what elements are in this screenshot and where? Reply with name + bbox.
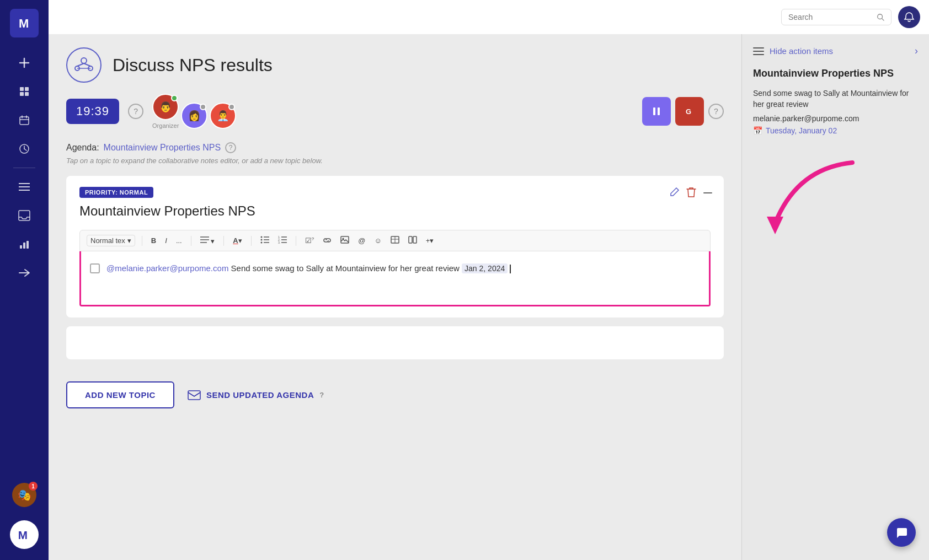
pink-arrow: [753, 157, 863, 245]
controls-help[interactable]: ?: [708, 104, 724, 119]
record-button[interactable]: G: [675, 97, 704, 126]
svg-point-38: [260, 236, 262, 238]
sidebar-item-menu[interactable]: [12, 175, 36, 199]
sidebar-item-add[interactable]: [12, 51, 36, 75]
svg-text:M: M: [19, 17, 29, 30]
timer-display: 19:39: [66, 99, 119, 124]
font-color-button[interactable]: A▾: [231, 235, 244, 246]
sidebar: M: [0, 0, 49, 560]
agenda-label: Agenda:: [66, 143, 99, 153]
numbered-list-button[interactable]: 1. 2. 3.: [276, 235, 289, 246]
toolbar-sep-5: [296, 236, 296, 246]
editor-toolbar: Normal tex ▾ B I ... ▾: [79, 230, 711, 251]
svg-rect-20: [26, 241, 29, 249]
topbar: [49, 0, 929, 34]
notification-badge: 1: [29, 482, 38, 491]
svg-rect-7: [20, 117, 29, 125]
pause-button[interactable]: [642, 97, 671, 126]
svg-point-42: [260, 242, 262, 244]
align-button[interactable]: ▾: [198, 235, 217, 246]
meeting-icon: [66, 47, 102, 83]
search-box[interactable]: [781, 9, 891, 25]
bold-button[interactable]: B: [149, 235, 158, 246]
svg-text:3.: 3.: [278, 241, 280, 244]
toolbar-sep-4: [251, 236, 252, 246]
send-agenda-label: SEND UPDATED AGENDA: [206, 390, 314, 400]
search-input[interactable]: [788, 13, 872, 21]
collapse-button[interactable]: [703, 187, 713, 201]
priority-badge: PRIORITY: NORMAL: [79, 187, 153, 198]
sidebar-item-arrow[interactable]: [12, 261, 36, 285]
hamburger-icon[interactable]: [753, 47, 764, 55]
style-chevron: ▾: [127, 236, 131, 245]
meeting-controls: 19:39 ? 👨 Organizer 👩 👨‍💼: [66, 94, 724, 129]
bullet-list-button[interactable]: [258, 235, 271, 246]
content-area: Discuss NPS results 19:39 ? 👨 Organizer …: [49, 34, 929, 560]
sidebar-item-inbox[interactable]: [12, 203, 36, 228]
agenda-help[interactable]: ?: [225, 142, 236, 153]
sidebar-item-chart[interactable]: [12, 232, 36, 256]
link-button[interactable]: [321, 235, 334, 246]
notification-bell[interactable]: [898, 6, 920, 28]
panel-date-text: Tuesday, January 02: [766, 126, 837, 135]
avatar-stack: 👨 Organizer 👩 👨‍💼: [152, 94, 236, 129]
mention-tag[interactable]: @melanie.parker@purpome.com: [106, 263, 228, 273]
hide-action-items-link[interactable]: Hide action items: [770, 46, 833, 56]
bottom-actions: ADD NEW TOPIC SEND UPDATED AGENDA ?: [66, 373, 724, 417]
svg-point-40: [260, 239, 262, 241]
svg-rect-55: [409, 236, 412, 243]
table-button[interactable]: [388, 235, 402, 246]
arrow-area: [753, 157, 918, 245]
editor-content[interactable]: @melanie.parker@purpome.com Send some sw…: [79, 251, 711, 306]
panel-action-email: melanie.parker@purpome.com: [753, 114, 918, 123]
agenda-link[interactable]: Mountainview Properties NPS: [104, 143, 221, 153]
panel-header-left: Hide action items: [753, 46, 833, 56]
toolbar-sep-1: [142, 236, 142, 246]
panel-chevron[interactable]: ›: [915, 45, 918, 57]
emoji-button[interactable]: ☺: [372, 235, 383, 246]
action-item-checkbox[interactable]: [90, 263, 100, 273]
more-insert-button[interactable]: +▾: [424, 235, 436, 246]
mention-button[interactable]: @: [356, 235, 367, 246]
action-item-body: Send some swag to Sally at Mountainview …: [228, 263, 462, 273]
task-button[interactable]: ☑?: [303, 235, 316, 246]
svg-point-25: [81, 58, 87, 63]
bottom-logo[interactable]: M: [10, 520, 39, 549]
topic-actions: [669, 187, 713, 201]
sidebar-item-clock[interactable]: [12, 137, 36, 161]
svg-text:G: G: [686, 107, 691, 116]
columns-button[interactable]: [406, 235, 419, 246]
hamburger-line-3: [753, 54, 764, 55]
notification-wrapper: 🎭 1: [12, 483, 36, 507]
sidebar-item-grid[interactable]: [12, 79, 36, 104]
sidebar-logo[interactable]: M: [10, 9, 39, 37]
more-format-button[interactable]: ...: [174, 235, 184, 246]
send-icon: [188, 390, 201, 400]
svg-line-24: [882, 19, 884, 20]
svg-rect-31: [653, 107, 655, 115]
text-style-select[interactable]: Normal tex ▾: [87, 235, 135, 246]
send-help: ?: [319, 391, 324, 399]
add-topic-button[interactable]: ADD NEW TOPIC: [66, 381, 174, 408]
chat-button[interactable]: [887, 518, 916, 547]
svg-rect-4: [25, 87, 29, 91]
meeting-panel: Discuss NPS results 19:39 ? 👨 Organizer …: [49, 34, 741, 560]
main-content: Discuss NPS results 19:39 ? 👨 Organizer …: [49, 0, 929, 560]
action-item-text: @melanie.parker@purpome.com Send some sw…: [106, 262, 511, 275]
panel-action-item: Send some swag to Sally at Mountainview …: [753, 88, 918, 135]
send-agenda-button[interactable]: SEND UPDATED AGENDA ?: [188, 390, 324, 400]
agenda-line: Agenda: Mountainview Properties NPS ?: [66, 142, 724, 153]
help-icon[interactable]: ?: [128, 104, 143, 119]
edit-button[interactable]: [669, 187, 680, 201]
sidebar-item-calendar[interactable]: [12, 108, 36, 132]
svg-line-13: [24, 149, 26, 150]
image-button[interactable]: [338, 235, 351, 246]
panel-action-date: 📅 Tuesday, January 02: [753, 126, 918, 135]
delete-button[interactable]: [686, 187, 696, 201]
action-item-row: @melanie.parker@purpome.com Send some sw…: [90, 262, 700, 275]
svg-rect-3: [20, 87, 24, 91]
panel-action-desc: Send some swag to Sally at Mountainview …: [753, 88, 918, 110]
hamburger-line-2: [753, 51, 764, 52]
svg-text:M: M: [18, 529, 28, 541]
italic-button[interactable]: I: [163, 235, 169, 246]
